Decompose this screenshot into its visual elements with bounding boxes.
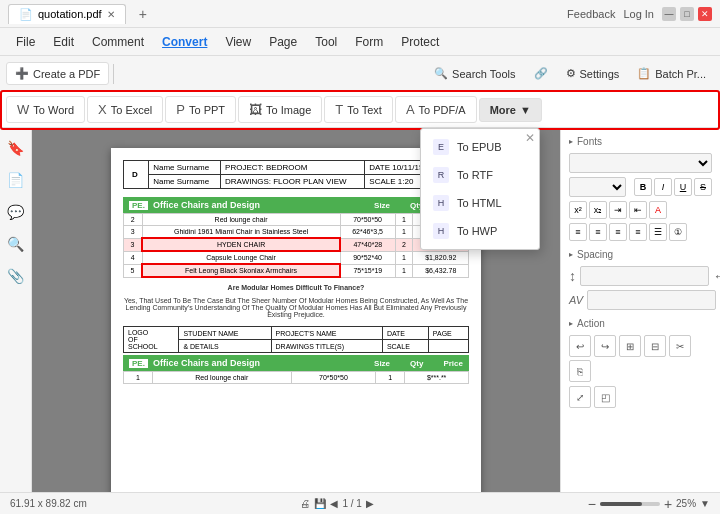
align-center-button[interactable]: ≡ <box>589 223 607 241</box>
close-button[interactable]: ✕ <box>698 7 712 21</box>
subscript-button[interactable]: x₂ <box>589 201 607 219</box>
login-link[interactable]: Log In <box>623 8 654 20</box>
bold-button[interactable]: B <box>634 178 652 196</box>
bottom-data-table: 1 Red lounge chair 70*50*50 1 $***.** <box>123 371 469 384</box>
italic-button[interactable]: I <box>654 178 672 196</box>
line-spacing-input[interactable] <box>580 266 709 286</box>
char-spacing-input2[interactable] <box>587 290 716 310</box>
tab-close-icon[interactable]: ✕ <box>107 9 115 20</box>
menu-file[interactable]: File <box>8 32 43 52</box>
new-tab-button[interactable]: + <box>134 4 152 24</box>
batch-button[interactable]: 📋 Batch Pr... <box>629 63 714 84</box>
action-btn-5[interactable]: ✂ <box>669 335 691 357</box>
menu-tool[interactable]: Tool <box>307 32 345 52</box>
action-btn-4[interactable]: ⊟ <box>644 335 666 357</box>
zoom-slider-fill <box>600 502 642 506</box>
pdf-data-table: 2 Red lounge chair 70*50*50 1 $***.** 3 … <box>123 213 469 278</box>
align-left-button[interactable]: ≡ <box>569 223 587 241</box>
zoom-slider[interactable] <box>600 502 660 506</box>
bottom-row1-qty: 1 <box>376 372 405 384</box>
prev-page-button[interactable]: ◀ <box>330 498 338 509</box>
maximize-button[interactable]: □ <box>680 7 694 21</box>
outdent-button[interactable]: ⇤ <box>629 201 647 219</box>
body-text-title: Are Modular Homes Difficult To Finance? <box>123 284 469 291</box>
menu-page[interactable]: Page <box>261 32 305 52</box>
action-btn-1[interactable]: ↩ <box>569 335 591 357</box>
pdf-project-name: PROJECT: BEDROOM <box>221 161 365 175</box>
align-justify-button[interactable]: ≡ <box>629 223 647 241</box>
strikethrough-button[interactable]: S <box>694 178 712 196</box>
print-icon[interactable]: 🖨 <box>300 498 310 509</box>
gear-icon: ⚙ <box>566 67 576 80</box>
to-epub-item[interactable]: E To EPUB <box>421 133 539 161</box>
to-pdfa-button[interactable]: A To PDF/A <box>395 96 477 123</box>
action-btn-7[interactable]: ⤢ <box>569 386 591 408</box>
next-page-button[interactable]: ▶ <box>366 498 374 509</box>
more-button[interactable]: More ▼ <box>479 98 542 122</box>
font-family-dropdown[interactable] <box>569 153 712 173</box>
underline-button[interactable]: U <box>674 178 692 196</box>
menu-comment[interactable]: Comment <box>84 32 152 52</box>
save-icon[interactable]: 💾 <box>314 498 326 509</box>
settings-button[interactable]: ⚙ Settings <box>558 63 628 84</box>
page-navigation: 🖨 💾 ◀ 1 / 1 ▶ <box>300 498 373 509</box>
row3-num: 3 <box>124 238 143 251</box>
list-button[interactable]: ☰ <box>649 223 667 241</box>
search-tools-button[interactable]: 🔍 Search Tools <box>426 63 523 84</box>
menu-view[interactable]: View <box>217 32 259 52</box>
menu-edit[interactable]: Edit <box>45 32 82 52</box>
pdfa-icon: A <box>406 102 415 117</box>
pdf-tab[interactable]: 📄 quotation.pdf ✕ <box>8 4 126 24</box>
color-button[interactable]: A <box>649 201 667 219</box>
feedback-link[interactable]: Feedback <box>567 8 615 20</box>
row2-name: Ghidini 1961 Miami Chair in Stainless St… <box>142 226 340 239</box>
bottom-section-title: Office Chairs and Design <box>153 358 260 368</box>
action-btn-2[interactable]: ↪ <box>594 335 616 357</box>
bottom-col-qty: Qty <box>410 359 423 368</box>
align-right-button[interactable]: ≡ <box>609 223 627 241</box>
create-pdf-button[interactable]: ➕ Create a PDF <box>6 62 109 85</box>
superscript-button[interactable]: x² <box>569 201 587 219</box>
menu-form[interactable]: Form <box>347 32 391 52</box>
menu-convert[interactable]: Convert <box>154 32 215 52</box>
to-rtf-item[interactable]: R To RTF <box>421 161 539 189</box>
link-button[interactable]: 🔗 <box>526 63 556 84</box>
bottom-row1-size: 70*50*50 <box>291 372 376 384</box>
zoom-out-button[interactable]: − <box>588 496 596 512</box>
av-icon: AV <box>569 294 583 306</box>
to-hwp-item[interactable]: H To HWP <box>421 217 539 245</box>
search-icon: 🔍 <box>434 67 448 80</box>
zoom-in-button[interactable]: + <box>664 496 672 512</box>
sidebar-icon-bookmark[interactable]: 🔖 <box>4 136 28 160</box>
zoom-dropdown-button[interactable]: ▼ <box>700 498 710 509</box>
row1-qty: 1 <box>395 214 413 226</box>
to-word-button[interactable]: W To Word <box>6 96 85 123</box>
sidebar-icon-search[interactable]: 🔍 <box>4 232 28 256</box>
numbered-list-button[interactable]: ① <box>669 223 687 241</box>
dropdown-close-button[interactable]: ✕ <box>525 131 535 145</box>
bottom-project-name: PROJECT'S NAME <box>271 327 382 340</box>
to-text-button[interactable]: T To Text <box>324 96 393 123</box>
sidebar-icon-page[interactable]: 📄 <box>4 168 28 192</box>
section-header: PE. Office Chairs and Design Size Qty Pr… <box>123 197 469 213</box>
action-btn-8[interactable]: ◰ <box>594 386 616 408</box>
to-excel-button[interactable]: X To Excel <box>87 96 163 123</box>
action-btn-6[interactable]: ⎘ <box>569 360 591 382</box>
window-controls: — □ ✕ <box>662 7 712 21</box>
sidebar-icon-attachment[interactable]: 📎 <box>4 264 28 288</box>
row5-price: $6,432.78 <box>413 264 469 277</box>
action-btn-3[interactable]: ⊞ <box>619 335 641 357</box>
sidebar-icon-comment[interactable]: 💬 <box>4 200 28 224</box>
convert-toolbar-wrapper: W To Word X To Excel P To PPT 🖼 To Image… <box>0 92 720 128</box>
minimize-button[interactable]: — <box>662 7 676 21</box>
to-ppt-button[interactable]: P To PPT <box>165 96 236 123</box>
batch-icon: 📋 <box>637 67 651 80</box>
to-html-item[interactable]: H To HTML <box>421 189 539 217</box>
font-size-dropdown[interactable] <box>569 177 626 197</box>
to-image-button[interactable]: 🖼 To Image <box>238 96 322 123</box>
indent-button[interactable]: ⇥ <box>609 201 627 219</box>
row2-num: 3 <box>124 226 143 239</box>
row4-name: Capsule Lounge Chair <box>142 251 340 264</box>
row5-num: 5 <box>124 264 143 277</box>
menu-protect[interactable]: Protect <box>393 32 447 52</box>
